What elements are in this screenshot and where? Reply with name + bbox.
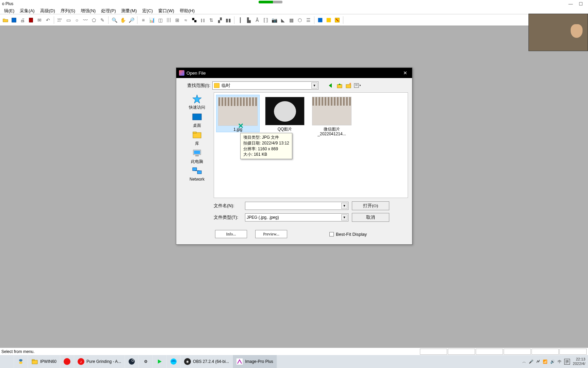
close-icon[interactable]: ✕ [401, 70, 409, 76]
tool-aoi-new-icon[interactable]: NEWAOI [56, 16, 64, 24]
tool-sliders-icon[interactable] [165, 16, 173, 24]
preview-button[interactable]: Preview... [255, 230, 287, 238]
tool-mesh-icon[interactable]: ▦ [287, 16, 295, 24]
taskbar-item[interactable]: Image-Pro Plus [233, 355, 277, 368]
chevron-down-icon[interactable]: ▼ [341, 203, 347, 209]
taskbar-item[interactable]: ♪ Pure Grinding - A... [74, 355, 125, 368]
system-tray: ︿ 🎤 🗲 📶 🔊 中 拼 22:13 2022/4/ [522, 357, 588, 366]
tool-3d-icon[interactable]: ◫ [156, 16, 164, 24]
menu-enhance[interactable]: 增强(N) [78, 8, 98, 14]
tool-adjust-icon[interactable]: ⇅ [207, 16, 215, 24]
tool-chart-icon[interactable]: ▞ [216, 16, 224, 24]
tray-mic-icon[interactable]: 🎤 [529, 359, 534, 364]
look-in-select[interactable]: 临时 ▼ [212, 81, 318, 90]
tool-save-icon[interactable] [10, 16, 18, 24]
minimize-button[interactable]: — [566, 1, 576, 6]
tool-zoom-icon[interactable]: 🔍 [110, 16, 118, 24]
tool-undo-icon[interactable]: ↶ [44, 16, 52, 24]
maximize-button[interactable]: ☐ [576, 1, 586, 6]
file-item[interactable]: 1.jpg [216, 95, 260, 132]
menu-measure[interactable]: 测量(M) [118, 8, 140, 14]
tray-chevron-icon[interactable]: ︿ [522, 359, 526, 364]
tool-lines-icon[interactable]: ≡ [139, 16, 147, 24]
tool-measure1-icon[interactable]: ┃ [236, 16, 244, 24]
chevron-down-icon[interactable]: ▼ [311, 82, 317, 89]
taskbar-item[interactable]: ⚙ [139, 355, 153, 368]
back-icon[interactable] [327, 82, 334, 89]
tool-measure2-icon[interactable]: ▙ [245, 16, 253, 24]
filetype-select[interactable]: JPEG (.jpg, .jpeg) ▼ [245, 213, 348, 221]
tray-ime2[interactable]: 拼 [564, 359, 570, 365]
tool-circle-icon[interactable]: ○ [73, 16, 81, 24]
tool-barchart-icon[interactable]: ▮▮ [224, 16, 232, 24]
tool-pan-icon[interactable]: ✋ [119, 16, 127, 24]
tool-wand-icon[interactable]: ✎ [98, 16, 107, 24]
dialog-titlebar[interactable]: Open File ✕ [176, 68, 412, 78]
toolbar: 🖨 ✉ ↶ NEWAOI ▭ ○ 〰 ⬠ ✎ 🔍 ✋ 🔎 ≡ 📊 ◫ ⊞ ≈ ⫿… [0, 14, 588, 26]
tray-wifi-icon[interactable]: 📶 [543, 359, 548, 364]
taskbar-item[interactable] [153, 355, 167, 368]
tool-wave-icon[interactable]: ≈ [182, 16, 190, 24]
tool-macro3-icon[interactable] [333, 16, 341, 24]
cancel-button[interactable]: 取消 [352, 213, 389, 222]
taskbar-item[interactable]: ◉ OBS 27.2.4 (64-bi... [181, 355, 233, 368]
tool-list-icon[interactable]: ☰ [304, 16, 312, 24]
tray-clock[interactable]: 22:13 2022/4/ [573, 357, 585, 366]
tool-measure3-icon[interactable]: Å [253, 16, 261, 24]
tray-ime[interactable]: 中 [558, 359, 561, 364]
taskbar-item[interactable] [167, 355, 181, 368]
taskbar-item[interactable] [14, 355, 28, 368]
taskbar-start[interactable] [0, 355, 14, 368]
tray-battery-icon[interactable]: 🗲 [536, 359, 540, 364]
file-item[interactable]: 微信图片 _2022041214... [310, 95, 354, 137]
chevron-down-icon[interactable]: ▼ [341, 214, 347, 220]
tool-notebook-icon[interactable] [27, 16, 35, 24]
menu-help[interactable]: 帮助(H) [177, 8, 197, 14]
file-item[interactable]: QQ图片 … [263, 95, 307, 137]
menu-advanced[interactable]: 高级(D) [37, 8, 58, 14]
new-folder-icon[interactable]: ✶ [345, 82, 352, 89]
tool-open-icon[interactable] [1, 16, 10, 24]
menu-macro[interactable]: 宏(C) [140, 8, 156, 14]
tool-rect-icon[interactable]: ▭ [64, 16, 72, 24]
tool-print-icon[interactable]: 🖨 [18, 16, 27, 24]
tool-zoomregion-icon[interactable]: 🔎 [127, 16, 135, 24]
taskbar-item[interactable] [125, 355, 139, 368]
svg-text:NEW: NEW [58, 18, 62, 20]
place-network[interactable]: Network [183, 166, 211, 182]
tool-bars-icon[interactable]: ⫿⫿ [199, 16, 207, 24]
checkbox-icon[interactable] [329, 232, 334, 236]
info-button[interactable]: Info... [215, 230, 247, 238]
place-libraries[interactable]: 库 [183, 130, 211, 147]
place-quickaccess[interactable]: 快速访问 [183, 94, 211, 110]
tool-measure4-icon[interactable]: ⟦⟧ [262, 16, 270, 24]
open-button[interactable]: 打开(O) [352, 201, 389, 210]
view-menu-icon[interactable] [354, 82, 361, 89]
tool-mail-icon[interactable]: ✉ [35, 16, 44, 24]
tool-freehand-icon[interactable]: 〰 [81, 16, 89, 24]
tool-camera-icon[interactable]: 📷 [270, 16, 278, 24]
tool-cube-icon[interactable]: ⬡ [296, 16, 304, 24]
tray-volume-icon[interactable]: 🔊 [550, 359, 555, 364]
place-thispc[interactable]: 此电脑 [183, 148, 211, 165]
taskbar-item[interactable] [60, 355, 74, 368]
file-list[interactable]: 1.jpg QQ图片 … 微信图片 _2022041214... 项目类型: J… [214, 92, 408, 198]
tool-checker-icon[interactable] [190, 16, 198, 24]
bestfit-checkbox[interactable]: Best-Fit Display [329, 232, 367, 237]
tool-histogram-icon[interactable]: 📊 [148, 16, 156, 24]
tool-profile-icon[interactable]: ◣ [279, 16, 287, 24]
menu-process[interactable]: 处理(P) [98, 8, 118, 14]
taskbar-item[interactable]: IPWIN60 [28, 355, 60, 368]
status-cell [420, 349, 447, 355]
menu-window[interactable]: 窗口(W) [156, 8, 177, 14]
menu-acquire[interactable]: 采集(A) [17, 8, 37, 14]
tool-macro1-icon[interactable] [316, 16, 324, 24]
menu-sequence[interactable]: 序列(S) [58, 8, 78, 14]
filename-input[interactable]: ▼ [245, 202, 348, 210]
tool-grid-icon[interactable]: ⊞ [173, 16, 181, 24]
up-folder-icon[interactable] [336, 82, 343, 89]
place-desktop[interactable]: 桌面 [183, 112, 211, 128]
menu-edit[interactable]: 辑(E) [1, 8, 17, 14]
tool-macro2-icon[interactable] [325, 16, 333, 24]
tool-polygon-icon[interactable]: ⬠ [90, 16, 98, 24]
